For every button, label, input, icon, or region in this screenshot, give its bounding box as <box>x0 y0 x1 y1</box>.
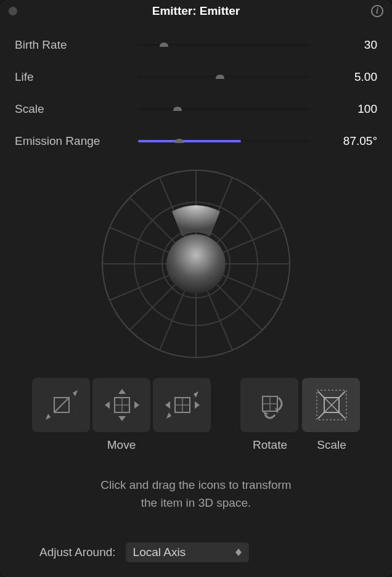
adjust-around-label: Adjust Around: <box>39 546 116 559</box>
close-window-button[interactable] <box>9 7 17 15</box>
chevron-updown-icon <box>235 549 242 556</box>
svg-marker-18 <box>118 416 126 421</box>
svg-marker-17 <box>118 389 126 394</box>
scale-slider[interactable] <box>138 103 309 115</box>
svg-line-39 <box>318 412 324 419</box>
scale-row: Scale 100 <box>15 93 377 125</box>
content-area: Birth Rate 30 Life 5.00 Scale <box>0 22 392 577</box>
scale-label: Scale <box>303 438 361 452</box>
emission-range-label: Emission Range <box>15 134 138 148</box>
titlebar: Emitter: Emitter i <box>0 0 392 22</box>
scale-button[interactable] <box>302 378 360 432</box>
scale-label: Scale <box>15 102 138 116</box>
svg-line-38 <box>339 391 345 398</box>
scale-value[interactable]: 100 <box>309 102 377 116</box>
move-screen-button[interactable] <box>32 378 90 432</box>
svg-marker-20 <box>134 401 139 409</box>
emission-wheel-icon <box>100 168 292 359</box>
svg-marker-25 <box>195 401 200 409</box>
svg-marker-42 <box>235 552 242 556</box>
slider-thumb-icon <box>158 39 169 51</box>
scale-icon <box>309 385 353 425</box>
hint-line-1: Click and drag the icons to transform <box>100 478 291 491</box>
svg-point-11 <box>166 234 226 293</box>
life-slider[interactable] <box>138 71 309 83</box>
slider-thumb-icon <box>214 72 226 83</box>
birth-rate-value[interactable]: 30 <box>309 38 377 52</box>
slider-thumb-icon <box>174 136 185 147</box>
move-xz-icon <box>160 385 203 425</box>
transform-labels: Move Rotate Scale <box>15 438 377 452</box>
adjust-around-select[interactable]: Local Axis <box>126 542 249 562</box>
birth-rate-row: Birth Rate 30 <box>15 29 377 61</box>
life-value[interactable]: 5.00 <box>309 70 377 84</box>
info-icon[interactable]: i <box>371 5 383 17</box>
hint-line-2: the item in 3D space. <box>141 496 251 509</box>
svg-marker-24 <box>165 401 170 409</box>
hint-text: Click and drag the icons to transform th… <box>15 477 377 512</box>
rotate-icon <box>248 385 291 425</box>
birth-rate-label: Birth Rate <box>15 38 138 52</box>
life-row: Life 5.00 <box>15 61 377 93</box>
rotate-label: Rotate <box>241 438 299 452</box>
move-screen-icon <box>39 385 83 425</box>
transform-buttons <box>15 378 377 432</box>
slider-fill <box>138 140 241 142</box>
window-title: Emitter: Emitter <box>0 4 392 18</box>
adjust-around-row: Adjust Around: Local Axis <box>15 542 377 562</box>
svg-marker-26 <box>194 391 198 398</box>
move-xy-icon <box>100 385 143 425</box>
move-label: Move <box>31 438 211 452</box>
slider-thumb-icon <box>172 104 183 115</box>
life-label: Life <box>15 70 138 84</box>
svg-line-13 <box>54 398 69 412</box>
move-xy-button[interactable] <box>92 378 150 432</box>
emission-range-slider[interactable] <box>138 135 309 147</box>
emission-range-value[interactable]: 87.05° <box>309 134 377 148</box>
svg-line-37 <box>318 391 324 398</box>
birth-rate-slider[interactable] <box>138 39 309 51</box>
emitter-panel: Emitter: Emitter i Birth Rate 30 Life <box>0 0 392 577</box>
emission-direction-control[interactable] <box>15 157 377 378</box>
move-xz-button[interactable] <box>153 378 211 432</box>
svg-line-40 <box>339 412 345 419</box>
emission-range-row: Emission Range 87.05° <box>15 125 377 157</box>
rotate-button[interactable] <box>240 378 298 432</box>
slider-track <box>138 108 309 110</box>
adjust-around-value: Local Axis <box>133 546 186 559</box>
svg-marker-27 <box>166 412 171 419</box>
svg-marker-19 <box>105 401 110 409</box>
